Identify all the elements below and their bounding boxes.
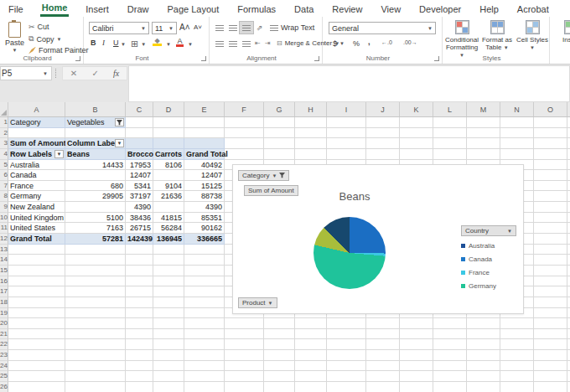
- tab-insert[interactable]: Insert: [84, 2, 111, 16]
- column-header-N[interactable]: N: [500, 102, 534, 116]
- grid-cell-O22[interactable]: [534, 339, 567, 350]
- grid-cell-A24[interactable]: [8, 361, 65, 372]
- grid-cell-J26[interactable]: [366, 382, 400, 392]
- chevron-down-icon[interactable]: ▼: [115, 139, 124, 147]
- grid-cell-D3[interactable]: [153, 138, 184, 149]
- grid-cell-G23[interactable]: [264, 350, 295, 361]
- column-header-G[interactable]: G: [264, 102, 295, 116]
- grid-cell-F24[interactable]: [225, 361, 264, 372]
- grid-cell-E2[interactable]: [184, 128, 225, 139]
- grid-cell-C23[interactable]: [126, 350, 153, 361]
- grid-cell-O12[interactable]: [534, 234, 567, 245]
- grid-cell-B16[interactable]: [65, 276, 126, 287]
- grid-cell-O10[interactable]: [534, 213, 567, 224]
- cell-styles-button[interactable]: Cell Styles ▼: [515, 20, 550, 52]
- grid-cell-D17[interactable]: [153, 286, 184, 297]
- grid-cell-D12[interactable]: 136945: [153, 234, 184, 245]
- grid-cell-G21[interactable]: [264, 329, 295, 340]
- grid-cell-D14[interactable]: [153, 255, 184, 266]
- grid-cell-D25[interactable]: [153, 371, 184, 382]
- grid-cell-O25[interactable]: [534, 371, 567, 382]
- column-header-M[interactable]: M: [467, 102, 500, 116]
- grid-cell-E7[interactable]: 15125: [184, 181, 225, 192]
- grid-cell-K1[interactable]: [400, 117, 433, 128]
- tab-home[interactable]: Home: [40, 0, 70, 17]
- grid-cell-B14[interactable]: [65, 255, 126, 266]
- orientation-icon[interactable]: ⇗: [256, 23, 263, 32]
- grid-cell-M3[interactable]: [467, 138, 500, 149]
- grid-cell-O26[interactable]: [534, 382, 567, 392]
- grid-cell-H23[interactable]: [295, 350, 327, 361]
- grid-cell-B2[interactable]: [65, 128, 126, 139]
- grid-cell-L22[interactable]: [433, 339, 467, 350]
- grid-cell-K22[interactable]: [400, 339, 433, 350]
- grid-cell-B15[interactable]: [65, 266, 126, 276]
- grid-cell-O14[interactable]: [534, 255, 567, 266]
- grid-cell-C20[interactable]: [126, 318, 153, 329]
- column-header-I[interactable]: I: [327, 102, 366, 116]
- grid-cell-E16[interactable]: [184, 276, 225, 287]
- grid-cell-I25[interactable]: [327, 371, 366, 382]
- grid-cell-C10[interactable]: 38436: [126, 213, 153, 224]
- grid-cell-O5[interactable]: [534, 160, 567, 171]
- grid-cell-F26[interactable]: [225, 382, 264, 392]
- column-header-B[interactable]: B: [65, 102, 126, 116]
- column-header-A[interactable]: A: [8, 102, 65, 116]
- grid-cell-A26[interactable]: [8, 382, 65, 392]
- grid-cell-O11[interactable]: [534, 223, 567, 234]
- insert-function-icon[interactable]: fx: [113, 69, 119, 78]
- grid-cell-C22[interactable]: [126, 339, 153, 350]
- grid-cell-E14[interactable]: [184, 255, 225, 266]
- row-number-26[interactable]: 26: [0, 382, 8, 392]
- grid-cell-F25[interactable]: [225, 371, 264, 382]
- grid-cell-M1[interactable]: [467, 117, 500, 128]
- grid-cell-I3[interactable]: [327, 138, 366, 149]
- grid-cell-G26[interactable]: [264, 382, 295, 392]
- grid-cell-O18[interactable]: [534, 297, 567, 308]
- grid-cell-C2[interactable]: [126, 128, 153, 139]
- grid-cell-B22[interactable]: [65, 339, 126, 350]
- tab-data[interactable]: Data: [293, 2, 315, 16]
- grid-cell-B1[interactable]: Vegetables: [65, 117, 126, 128]
- grid-cell-A9[interactable]: New Zealand: [8, 202, 65, 213]
- fill-color-button[interactable]: ◆: [153, 38, 162, 46]
- grid-cell-E22[interactable]: [184, 339, 225, 350]
- row-number-3[interactable]: 3: [0, 138, 8, 149]
- grid-cell-N1[interactable]: [500, 117, 534, 128]
- grid-cell-K20[interactable]: [400, 318, 433, 329]
- increase-indent-icon[interactable]: ⇥: [265, 39, 271, 47]
- row-number-5[interactable]: 5: [0, 160, 8, 171]
- row-number-1[interactable]: 1: [0, 117, 8, 128]
- chevron-down-icon[interactable]: ▼: [54, 150, 64, 158]
- format-as-table-button[interactable]: Format as Table ▼: [479, 20, 515, 52]
- grid-cell-E24[interactable]: [184, 361, 225, 372]
- grid-cell-B23[interactable]: [65, 350, 126, 361]
- chart-axis-field-button[interactable]: Product ▼: [238, 297, 277, 308]
- grid-cell-O23[interactable]: [534, 350, 567, 361]
- grid-cell-B26[interactable]: [65, 382, 126, 392]
- grid-cell-O7[interactable]: [534, 181, 567, 192]
- grid-cell-M23[interactable]: [467, 350, 500, 361]
- grid-cell-D22[interactable]: [153, 339, 184, 350]
- grid-cell-A2[interactable]: [8, 128, 65, 139]
- grid-cell-E26[interactable]: [184, 382, 225, 392]
- grid-cell-B25[interactable]: [65, 371, 126, 382]
- row-number-22[interactable]: 22: [0, 339, 8, 350]
- grid-cell-K3[interactable]: [400, 138, 433, 149]
- grid-cell-M4[interactable]: [467, 149, 500, 160]
- grid-cell-C11[interactable]: 26715: [126, 223, 153, 234]
- grid-cell-J24[interactable]: [366, 361, 400, 372]
- grid-cell-G20[interactable]: [264, 318, 295, 329]
- grid-cell-E12[interactable]: 336665: [184, 234, 225, 245]
- grid-cell-B9[interactable]: [65, 202, 126, 213]
- row-number-15[interactable]: 15: [0, 266, 8, 276]
- grid-cell-I22[interactable]: [327, 339, 366, 350]
- grid-cell-A4[interactable]: Row Labels▼: [8, 149, 65, 160]
- grid-cell-A5[interactable]: Australia: [8, 160, 65, 171]
- grid-cell-E10[interactable]: 85351: [184, 213, 225, 224]
- insert-cells-button[interactable]: Insert: [553, 20, 570, 44]
- grid-cell-D19[interactable]: [153, 308, 184, 319]
- grid-cell-M22[interactable]: [467, 339, 500, 350]
- grid-cell-A8[interactable]: Germany: [8, 191, 65, 202]
- clipboard-dialog-launcher[interactable]: [75, 56, 80, 61]
